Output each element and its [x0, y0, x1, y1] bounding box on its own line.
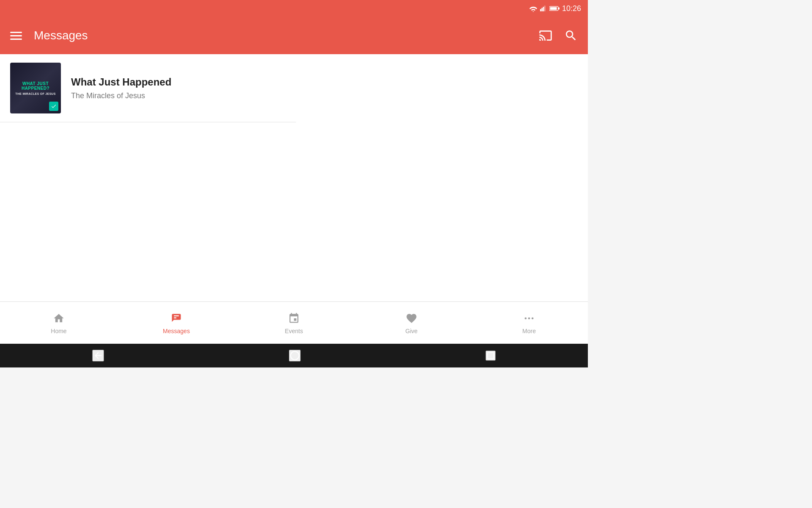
message-item[interactable]: WHAT JUSTHAPPENED? THE MIRACLES OF JESUS…: [0, 54, 296, 122]
svg-rect-6: [550, 7, 557, 10]
cast-button[interactable]: [537, 27, 554, 44]
give-icon: [405, 312, 418, 325]
app-bar-actions: [537, 27, 579, 44]
back-button[interactable]: [92, 350, 104, 362]
status-bar: 10:26: [0, 0, 588, 17]
svg-point-11: [291, 351, 299, 360]
message-info: What Just Happened The Miracles of Jesus: [71, 76, 286, 100]
hamburger-line: [10, 39, 22, 40]
thumbnail-title: WHAT JUSTHAPPENED?: [22, 81, 49, 91]
home-button[interactable]: [289, 350, 301, 362]
svg-rect-1: [540, 9, 541, 11]
messages-icon: [170, 312, 183, 325]
content-area: WHAT JUSTHAPPENED? THE MIRACLES OF JESUS…: [0, 54, 588, 301]
events-icon: [287, 312, 301, 325]
signal-icon: [540, 5, 547, 12]
recents-icon: [486, 351, 495, 360]
svg-rect-7: [558, 8, 560, 10]
nav-item-messages[interactable]: Messages: [118, 308, 235, 338]
svg-point-0: [532, 11, 534, 12]
svg-point-8: [525, 317, 527, 319]
svg-point-10: [532, 317, 534, 319]
thumbnail-badge: [49, 102, 58, 111]
search-button[interactable]: [562, 27, 579, 44]
back-icon: [93, 351, 103, 361]
cast-icon: [539, 29, 552, 42]
nav-item-more[interactable]: More: [470, 308, 588, 338]
page-title: Messages: [34, 29, 88, 42]
message-subtitle: The Miracles of Jesus: [71, 91, 286, 100]
app-bar: Messages: [0, 17, 588, 54]
wifi-icon: [529, 5, 538, 12]
nav-item-home[interactable]: Home: [0, 308, 118, 338]
svg-point-9: [528, 317, 530, 319]
app-bar-left: Messages: [8, 29, 88, 42]
hamburger-line: [10, 35, 22, 36]
status-icons: 10:26: [529, 4, 581, 13]
hamburger-line: [10, 32, 22, 33]
more-icon: [522, 312, 536, 325]
nav-give-label: Give: [406, 328, 418, 334]
menu-button[interactable]: [8, 30, 24, 41]
svg-rect-4: [544, 6, 546, 11]
nav-messages-label: Messages: [163, 328, 190, 334]
status-time: 10:26: [562, 4, 581, 13]
svg-rect-2: [541, 8, 543, 11]
thumbnail-subtitle: THE MIRACLES OF JESUS: [15, 92, 55, 95]
circle-home-icon: [290, 351, 300, 361]
nav-home-label: Home: [51, 328, 66, 334]
recents-button[interactable]: [486, 351, 496, 361]
bottom-nav: Home Messages Events Give: [0, 301, 588, 344]
search-icon: [564, 29, 578, 42]
home-icon: [52, 312, 66, 325]
nav-events-label: Events: [285, 328, 303, 334]
nav-item-events[interactable]: Events: [235, 308, 353, 338]
badge-icon: [51, 103, 57, 109]
nav-more-label: More: [522, 328, 536, 334]
battery-icon: [549, 6, 560, 11]
message-thumbnail: WHAT JUSTHAPPENED? THE MIRACLES OF JESUS: [10, 63, 61, 113]
message-title: What Just Happened: [71, 76, 286, 88]
svg-rect-3: [543, 7, 544, 11]
svg-rect-12: [487, 353, 494, 359]
nav-item-give[interactable]: Give: [353, 308, 470, 338]
android-nav-bar: [0, 344, 588, 367]
